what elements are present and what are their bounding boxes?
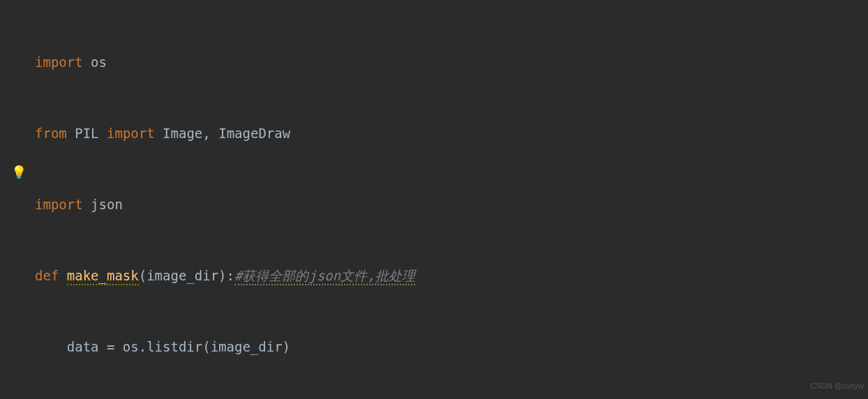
code-line: import os: [35, 50, 868, 74]
code-area[interactable]: import os from PIL import Image, ImageDr…: [29, 0, 868, 399]
gutter: 💡: [0, 0, 29, 399]
lightbulb-icon[interactable]: 💡: [11, 160, 27, 184]
code-line: data = os.listdir(image_dir): [35, 335, 868, 359]
code-line: from PIL import Image, ImageDraw: [35, 121, 868, 145]
code-editor[interactable]: 💡 import os from PIL import Image, Image…: [0, 0, 868, 399]
watermark: CSDN @curlyw: [810, 374, 864, 398]
code-line: def make_mask(image_dir):#获得全部的json文件,批处…: [35, 264, 868, 287]
code-line: import json: [35, 193, 868, 216]
